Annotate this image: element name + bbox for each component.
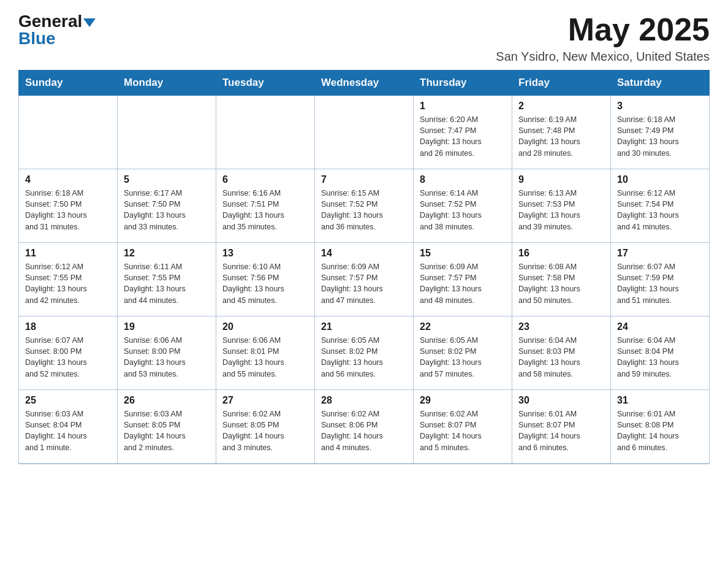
calendar-cell: 30Sunrise: 6:01 AM Sunset: 8:07 PM Dayli… (512, 390, 611, 464)
day-number: 24 (617, 321, 703, 332)
day-number: 20 (222, 321, 308, 332)
day-info: Sunrise: 6:01 AM Sunset: 8:07 PM Dayligh… (518, 408, 604, 453)
calendar-cell: 16Sunrise: 6:08 AM Sunset: 7:58 PM Dayli… (512, 243, 611, 316)
day-info: Sunrise: 6:03 AM Sunset: 8:05 PM Dayligh… (124, 408, 210, 453)
calendar-cell: 6Sunrise: 6:16 AM Sunset: 7:51 PM Daylig… (216, 169, 315, 243)
calendar-header-thursday: Thursday (414, 71, 512, 96)
calendar-cell: 19Sunrise: 6:06 AM Sunset: 8:00 PM Dayli… (118, 316, 216, 390)
day-info: Sunrise: 6:02 AM Sunset: 8:07 PM Dayligh… (420, 408, 506, 453)
day-number: 12 (124, 248, 210, 259)
day-info: Sunrise: 6:05 AM Sunset: 8:02 PM Dayligh… (321, 335, 407, 380)
day-info: Sunrise: 6:12 AM Sunset: 7:55 PM Dayligh… (25, 261, 111, 306)
calendar-cell: 9Sunrise: 6:13 AM Sunset: 7:53 PM Daylig… (512, 169, 611, 243)
day-info: Sunrise: 6:12 AM Sunset: 7:54 PM Dayligh… (617, 188, 703, 232)
month-year-title: May 2025 (496, 12, 710, 47)
day-number: 3 (617, 101, 703, 112)
day-info: Sunrise: 6:04 AM Sunset: 8:04 PM Dayligh… (617, 335, 703, 380)
day-number: 30 (518, 395, 604, 406)
day-number: 7 (321, 174, 407, 185)
day-number: 4 (25, 174, 111, 185)
calendar-cell: 4Sunrise: 6:18 AM Sunset: 7:50 PM Daylig… (19, 169, 118, 243)
calendar-week-row: 1Sunrise: 6:20 AM Sunset: 7:47 PM Daylig… (19, 96, 710, 169)
day-number: 5 (124, 174, 210, 185)
logo: General Blue (18, 12, 96, 48)
day-info: Sunrise: 6:01 AM Sunset: 8:08 PM Dayligh… (617, 408, 703, 453)
calendar-cell: 23Sunrise: 6:04 AM Sunset: 8:03 PM Dayli… (512, 316, 611, 390)
day-number: 29 (420, 395, 506, 406)
calendar-cell: 29Sunrise: 6:02 AM Sunset: 8:07 PM Dayli… (414, 390, 512, 464)
day-number: 25 (25, 395, 111, 406)
day-info: Sunrise: 6:07 AM Sunset: 8:00 PM Dayligh… (25, 335, 111, 380)
calendar-header-row: SundayMondayTuesdayWednesdayThursdayFrid… (19, 71, 710, 96)
day-number: 22 (420, 321, 506, 332)
day-number: 17 (617, 248, 703, 259)
calendar-header-friday: Friday (512, 71, 611, 96)
day-number: 1 (420, 101, 506, 112)
calendar-cell: 22Sunrise: 6:05 AM Sunset: 8:02 PM Dayli… (414, 316, 512, 390)
calendar-cell: 11Sunrise: 6:12 AM Sunset: 7:55 PM Dayli… (19, 243, 118, 316)
calendar-cell: 26Sunrise: 6:03 AM Sunset: 8:05 PM Dayli… (118, 390, 216, 464)
calendar-cell: 5Sunrise: 6:17 AM Sunset: 7:50 PM Daylig… (118, 169, 216, 243)
day-info: Sunrise: 6:06 AM Sunset: 8:01 PM Dayligh… (222, 335, 308, 380)
day-number: 27 (222, 395, 308, 406)
day-info: Sunrise: 6:02 AM Sunset: 8:06 PM Dayligh… (321, 408, 407, 453)
day-number: 6 (222, 174, 308, 185)
calendar-header-saturday: Saturday (611, 71, 710, 96)
day-info: Sunrise: 6:17 AM Sunset: 7:50 PM Dayligh… (124, 188, 210, 232)
day-number: 11 (25, 248, 111, 259)
calendar-cell: 14Sunrise: 6:09 AM Sunset: 7:57 PM Dayli… (315, 243, 414, 316)
day-number: 21 (321, 321, 407, 332)
calendar-header-wednesday: Wednesday (315, 71, 414, 96)
day-info: Sunrise: 6:18 AM Sunset: 7:49 PM Dayligh… (617, 114, 703, 159)
day-info: Sunrise: 6:05 AM Sunset: 8:02 PM Dayligh… (420, 335, 506, 380)
day-number: 9 (518, 174, 604, 185)
calendar-cell: 20Sunrise: 6:06 AM Sunset: 8:01 PM Dayli… (216, 316, 315, 390)
day-number: 14 (321, 248, 407, 259)
calendar-cell: 18Sunrise: 6:07 AM Sunset: 8:00 PM Dayli… (19, 316, 118, 390)
day-info: Sunrise: 6:09 AM Sunset: 7:57 PM Dayligh… (420, 261, 506, 306)
calendar-cell: 17Sunrise: 6:07 AM Sunset: 7:59 PM Dayli… (611, 243, 710, 316)
calendar-cell: 25Sunrise: 6:03 AM Sunset: 8:04 PM Dayli… (19, 390, 118, 464)
calendar-table: SundayMondayTuesdayWednesdayThursdayFrid… (18, 70, 710, 464)
day-number: 31 (617, 395, 703, 406)
day-number: 19 (124, 321, 210, 332)
calendar-week-row: 4Sunrise: 6:18 AM Sunset: 7:50 PM Daylig… (19, 169, 710, 243)
day-number: 10 (617, 174, 703, 185)
day-number: 16 (518, 248, 604, 259)
day-info: Sunrise: 6:15 AM Sunset: 7:52 PM Dayligh… (321, 188, 407, 232)
day-info: Sunrise: 6:10 AM Sunset: 7:56 PM Dayligh… (222, 261, 308, 306)
calendar-cell: 12Sunrise: 6:11 AM Sunset: 7:55 PM Dayli… (118, 243, 216, 316)
calendar-header-sunday: Sunday (19, 71, 118, 96)
page-header: General Blue May 2025 San Ysidro, New Me… (18, 12, 710, 64)
calendar-cell: 7Sunrise: 6:15 AM Sunset: 7:52 PM Daylig… (315, 169, 414, 243)
calendar-cell (216, 96, 315, 169)
calendar-cell: 15Sunrise: 6:09 AM Sunset: 7:57 PM Dayli… (414, 243, 512, 316)
day-number: 2 (518, 101, 604, 112)
day-info: Sunrise: 6:06 AM Sunset: 8:00 PM Dayligh… (124, 335, 210, 380)
calendar-cell: 27Sunrise: 6:02 AM Sunset: 8:05 PM Dayli… (216, 390, 315, 464)
day-info: Sunrise: 6:04 AM Sunset: 8:03 PM Dayligh… (518, 335, 604, 380)
day-info: Sunrise: 6:08 AM Sunset: 7:58 PM Dayligh… (518, 261, 604, 306)
day-info: Sunrise: 6:14 AM Sunset: 7:52 PM Dayligh… (420, 188, 506, 232)
day-info: Sunrise: 6:11 AM Sunset: 7:55 PM Dayligh… (124, 261, 210, 306)
calendar-cell: 28Sunrise: 6:02 AM Sunset: 8:06 PM Dayli… (315, 390, 414, 464)
day-number: 8 (420, 174, 506, 185)
calendar-cell: 1Sunrise: 6:20 AM Sunset: 7:47 PM Daylig… (414, 96, 512, 169)
calendar-cell: 21Sunrise: 6:05 AM Sunset: 8:02 PM Dayli… (315, 316, 414, 390)
calendar-cell: 3Sunrise: 6:18 AM Sunset: 7:49 PM Daylig… (611, 96, 710, 169)
day-info: Sunrise: 6:19 AM Sunset: 7:48 PM Dayligh… (518, 114, 604, 159)
title-block: May 2025 San Ysidro, New Mexico, United … (496, 12, 710, 64)
day-number: 23 (518, 321, 604, 332)
calendar-cell (118, 96, 216, 169)
day-info: Sunrise: 6:13 AM Sunset: 7:53 PM Dayligh… (518, 188, 604, 232)
day-info: Sunrise: 6:18 AM Sunset: 7:50 PM Dayligh… (25, 188, 111, 232)
calendar-header-monday: Monday (118, 71, 216, 96)
calendar-cell: 10Sunrise: 6:12 AM Sunset: 7:54 PM Dayli… (611, 169, 710, 243)
calendar-cell (19, 96, 118, 169)
day-number: 28 (321, 395, 407, 406)
day-info: Sunrise: 6:03 AM Sunset: 8:04 PM Dayligh… (25, 408, 111, 453)
location-subtitle: San Ysidro, New Mexico, United States (496, 50, 710, 64)
calendar-cell: 13Sunrise: 6:10 AM Sunset: 7:56 PM Dayli… (216, 243, 315, 316)
day-info: Sunrise: 6:09 AM Sunset: 7:57 PM Dayligh… (321, 261, 407, 306)
day-number: 26 (124, 395, 210, 406)
